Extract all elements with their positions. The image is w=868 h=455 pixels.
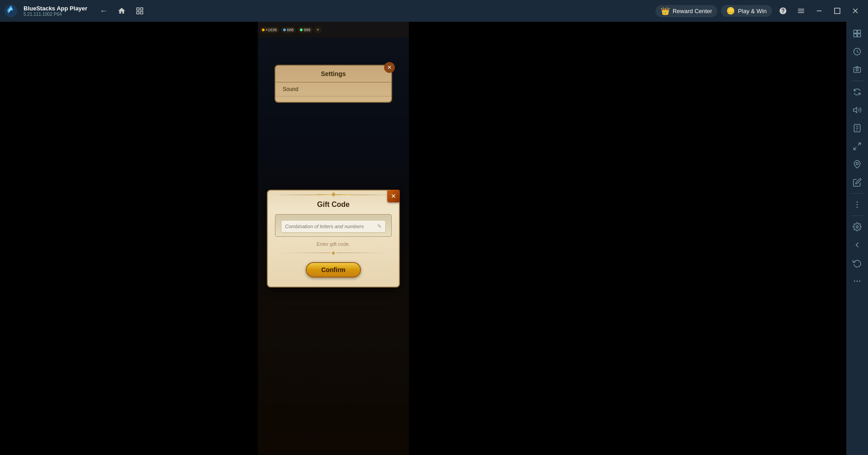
- sidebar-icon-location[interactable]: [849, 156, 865, 172]
- help-button[interactable]: [776, 4, 790, 18]
- svg-marker-15: [854, 107, 857, 113]
- sidebar-divider-3: [851, 216, 863, 216]
- sidebar-divider-2: [851, 193, 863, 194]
- svg-rect-3: [137, 8, 139, 10]
- sidebar-icon-more-options[interactable]: [849, 196, 865, 213]
- svg-line-18: [854, 147, 857, 150]
- black-right: [409, 22, 846, 455]
- main-content: ×1636 688 999 +: [0, 22, 868, 455]
- game-viewport: ×1636 688 999 +: [0, 22, 846, 455]
- back-button[interactable]: ←: [96, 4, 111, 18]
- svg-rect-5: [137, 12, 139, 14]
- ornament-center: [317, 193, 350, 196]
- edit-icon: ✎: [377, 223, 382, 230]
- bottom-orn-diamond: [332, 251, 335, 254]
- sidebar-divider-1: [851, 81, 863, 81]
- titlebar: BlueStacks App Player 5.21.111.1002 P64 …: [0, 0, 868, 22]
- dialog-bottom-ornament: [280, 250, 386, 256]
- svg-point-14: [856, 69, 859, 71]
- bottom-orn-left: [280, 253, 330, 253]
- svg-point-24: [854, 281, 855, 282]
- reward-center-button[interactable]: 👑 Reward Center: [655, 5, 717, 17]
- app-info: BlueStacks App Player 5.21.111.1002 P64: [24, 5, 87, 17]
- dialog-title: Gift Code: [268, 199, 399, 214]
- sidebar-icon-refresh[interactable]: [849, 255, 865, 271]
- sidebar-icon-multiinstance[interactable]: [849, 25, 865, 42]
- ornament-h-left: [317, 194, 331, 195]
- coin-icon: 🪙: [726, 7, 735, 15]
- svg-rect-4: [141, 8, 143, 10]
- input-hint: Enter gift code.: [275, 239, 392, 247]
- svg-point-19: [856, 163, 859, 165]
- sidebar-icon-resize[interactable]: [849, 138, 865, 154]
- sidebar-icon-extra[interactable]: [849, 273, 865, 289]
- sidebar-icon-macro[interactable]: [849, 43, 865, 60]
- bottom-orn-right: [337, 253, 386, 253]
- reward-center-label: Reward Center: [673, 8, 712, 14]
- confirm-button[interactable]: Confirm: [306, 262, 361, 278]
- svg-point-26: [859, 281, 861, 282]
- svg-point-20: [857, 201, 858, 203]
- app-version: 5.21.111.1002 P64: [24, 12, 87, 17]
- input-container: ✎: [275, 214, 392, 237]
- gift-code-dialog: ✕ Gift Code: [267, 190, 400, 287]
- svg-rect-6: [141, 12, 143, 14]
- sidebar-icon-edit[interactable]: [849, 174, 865, 191]
- app-name: BlueStacks App Player: [24, 5, 87, 12]
- svg-point-22: [857, 207, 858, 208]
- confirm-btn-container: Confirm: [275, 262, 392, 278]
- dialog-top-ornament: [268, 191, 399, 199]
- crown-icon: 👑: [661, 7, 670, 15]
- gift-code-input-wrapper: ✎: [281, 220, 386, 233]
- ornament-diamond: [331, 192, 336, 197]
- svg-rect-11: [858, 34, 861, 37]
- svg-line-17: [858, 143, 861, 146]
- home-button[interactable]: [114, 4, 129, 18]
- play-win-label: Play & Win: [738, 8, 767, 14]
- gift-code-overlay: ✕ Gift Code: [258, 22, 409, 455]
- svg-rect-8: [854, 30, 857, 34]
- dialog-body: ✎ Enter gift code. Confirm: [268, 214, 399, 278]
- sidebar-icon-apk[interactable]: [849, 120, 865, 136]
- sidebar-icon-rotate[interactable]: [849, 84, 865, 100]
- svg-point-23: [856, 226, 859, 228]
- minimize-button[interactable]: [812, 4, 826, 18]
- svg-point-25: [857, 281, 858, 282]
- svg-rect-9: [858, 30, 861, 34]
- sidebar-icon-settings[interactable]: [849, 219, 865, 235]
- gift-code-input[interactable]: [285, 224, 375, 229]
- sidebar-icon-screenshot[interactable]: [849, 62, 865, 78]
- sidebar-icon-volume[interactable]: [849, 102, 865, 118]
- ornament-h-right: [337, 194, 350, 195]
- sidebar-icon-collapse[interactable]: [849, 237, 865, 253]
- titlebar-nav: ←: [96, 4, 147, 18]
- close-button[interactable]: [848, 4, 863, 18]
- menu-button[interactable]: [794, 4, 808, 18]
- svg-point-21: [857, 204, 858, 206]
- right-sidebar: [846, 22, 868, 455]
- app-logo: [0, 0, 22, 22]
- svg-rect-7: [835, 8, 840, 14]
- titlebar-right: 👑 Reward Center 🪙 Play & Win: [655, 4, 868, 18]
- tab-button[interactable]: [133, 4, 147, 18]
- black-left: [0, 22, 258, 455]
- svg-rect-10: [854, 34, 857, 37]
- maximize-button[interactable]: [830, 4, 844, 18]
- svg-rect-13: [854, 67, 861, 72]
- game-screen: ×1636 688 999 +: [258, 22, 409, 455]
- play-win-button[interactable]: 🪙 Play & Win: [721, 5, 772, 17]
